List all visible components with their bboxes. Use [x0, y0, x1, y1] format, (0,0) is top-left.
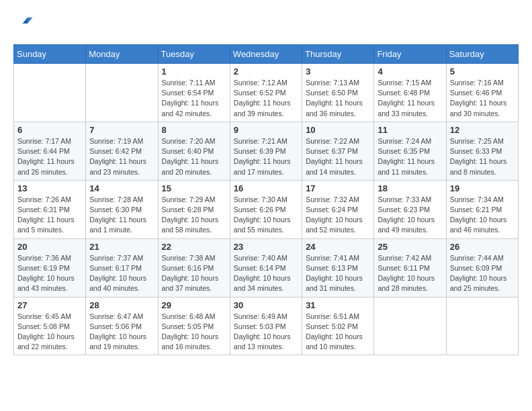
page-header [13, 13, 519, 34]
calendar-cell: 23Sunrise: 7:40 AMSunset: 6:14 PMDayligh… [230, 238, 302, 297]
day-number: 3 [306, 66, 370, 77]
svg-marker-0 [28, 17, 33, 24]
day-number: 30 [234, 300, 298, 310]
calendar-cell [446, 297, 518, 355]
day-info: Sunrise: 7:25 AMSunset: 6:33 PMDaylight:… [450, 136, 515, 177]
day-info: Sunrise: 7:36 AMSunset: 6:19 PMDaylight:… [17, 253, 82, 294]
day-info: Sunrise: 6:47 AMSunset: 5:06 PMDaylight:… [89, 312, 154, 353]
calendar-header-monday: Monday [86, 45, 158, 64]
logo [13, 13, 36, 34]
day-info: Sunrise: 7:22 AMSunset: 6:37 PMDaylight:… [306, 136, 370, 177]
calendar-cell: 31Sunrise: 6:51 AMSunset: 5:02 PMDayligh… [302, 297, 374, 355]
day-info: Sunrise: 7:24 AMSunset: 6:35 PMDaylight:… [378, 136, 442, 177]
calendar-cell: 6Sunrise: 7:17 AMSunset: 6:44 PMDaylight… [14, 122, 86, 180]
day-info: Sunrise: 7:38 AMSunset: 6:16 PMDaylight:… [162, 253, 226, 294]
calendar-cell: 27Sunrise: 6:45 AMSunset: 5:08 PMDayligh… [14, 297, 86, 355]
day-number: 6 [17, 125, 82, 135]
calendar-cell: 15Sunrise: 7:29 AMSunset: 6:28 PMDayligh… [158, 180, 230, 238]
calendar-cell: 5Sunrise: 7:16 AMSunset: 6:46 PMDaylight… [446, 64, 518, 122]
day-number: 29 [162, 300, 226, 310]
calendar-cell: 28Sunrise: 6:47 AMSunset: 5:06 PMDayligh… [86, 297, 158, 355]
calendar-header-sunday: Sunday [14, 45, 86, 64]
svg-marker-1 [23, 17, 28, 24]
calendar-cell: 20Sunrise: 7:36 AMSunset: 6:19 PMDayligh… [14, 238, 86, 297]
day-info: Sunrise: 6:48 AMSunset: 5:05 PMDaylight:… [162, 312, 226, 353]
calendar-cell: 24Sunrise: 7:41 AMSunset: 6:13 PMDayligh… [302, 238, 374, 297]
calendar-header-friday: Friday [374, 45, 446, 64]
day-number: 31 [306, 300, 370, 310]
calendar-header-wednesday: Wednesday [230, 45, 302, 64]
day-number: 9 [234, 125, 298, 135]
day-number: 14 [89, 183, 154, 193]
calendar-header-saturday: Saturday [446, 45, 518, 64]
calendar-cell: 2Sunrise: 7:12 AMSunset: 6:52 PMDaylight… [230, 64, 302, 122]
calendar-cell: 14Sunrise: 7:28 AMSunset: 6:30 PMDayligh… [86, 180, 158, 238]
calendar-table: SundayMondayTuesdayWednesdayThursdayFrid… [13, 44, 519, 355]
calendar-cell: 21Sunrise: 7:37 AMSunset: 6:17 PMDayligh… [86, 238, 158, 297]
calendar-cell: 17Sunrise: 7:32 AMSunset: 6:24 PMDayligh… [302, 180, 374, 238]
calendar-cell: 9Sunrise: 7:21 AMSunset: 6:39 PMDaylight… [230, 122, 302, 180]
day-info: Sunrise: 7:21 AMSunset: 6:39 PMDaylight:… [234, 136, 298, 177]
day-number: 21 [89, 242, 154, 252]
calendar-cell [86, 64, 158, 122]
calendar-cell: 3Sunrise: 7:13 AMSunset: 6:50 PMDaylight… [302, 64, 374, 122]
day-number: 17 [306, 183, 370, 193]
day-info: Sunrise: 7:42 AMSunset: 6:11 PMDaylight:… [378, 253, 442, 294]
day-info: Sunrise: 7:11 AMSunset: 6:54 PMDaylight:… [162, 78, 226, 119]
calendar-cell: 8Sunrise: 7:20 AMSunset: 6:40 PMDaylight… [158, 122, 230, 180]
day-number: 23 [234, 242, 298, 252]
day-info: Sunrise: 7:28 AMSunset: 6:30 PMDaylight:… [89, 195, 154, 236]
calendar-week-1: 1Sunrise: 7:11 AMSunset: 6:54 PMDaylight… [14, 64, 519, 122]
calendar-week-5: 27Sunrise: 6:45 AMSunset: 5:08 PMDayligh… [14, 297, 519, 355]
day-number: 5 [450, 66, 515, 77]
day-info: Sunrise: 7:20 AMSunset: 6:40 PMDaylight:… [162, 136, 226, 177]
day-info: Sunrise: 7:15 AMSunset: 6:48 PMDaylight:… [378, 78, 442, 119]
day-info: Sunrise: 7:19 AMSunset: 6:42 PMDaylight:… [89, 136, 154, 177]
calendar-cell: 30Sunrise: 6:49 AMSunset: 5:03 PMDayligh… [230, 297, 302, 355]
day-number: 22 [162, 242, 226, 252]
calendar-header-row: SundayMondayTuesdayWednesdayThursdayFrid… [14, 45, 519, 64]
day-number: 24 [306, 242, 370, 252]
day-number: 8 [162, 125, 226, 135]
calendar-cell: 12Sunrise: 7:25 AMSunset: 6:33 PMDayligh… [446, 122, 518, 180]
day-info: Sunrise: 7:34 AMSunset: 6:21 PMDaylight:… [450, 195, 515, 236]
day-info: Sunrise: 7:26 AMSunset: 6:31 PMDaylight:… [17, 195, 82, 236]
day-number: 4 [378, 66, 442, 77]
day-number: 12 [450, 125, 515, 135]
calendar-week-3: 13Sunrise: 7:26 AMSunset: 6:31 PMDayligh… [14, 180, 519, 238]
calendar-cell: 7Sunrise: 7:19 AMSunset: 6:42 PMDaylight… [86, 122, 158, 180]
day-number: 19 [450, 183, 515, 193]
day-number: 25 [378, 242, 442, 252]
day-info: Sunrise: 7:33 AMSunset: 6:23 PMDaylight:… [378, 195, 442, 236]
day-info: Sunrise: 7:13 AMSunset: 6:50 PMDaylight:… [306, 78, 370, 119]
day-number: 7 [89, 125, 154, 135]
calendar-cell: 4Sunrise: 7:15 AMSunset: 6:48 PMDaylight… [374, 64, 446, 122]
calendar-cell: 18Sunrise: 7:33 AMSunset: 6:23 PMDayligh… [374, 180, 446, 238]
day-number: 2 [234, 66, 298, 77]
day-number: 15 [162, 183, 226, 193]
day-info: Sunrise: 6:51 AMSunset: 5:02 PMDaylight:… [306, 312, 370, 353]
logo-icon [13, 13, 34, 34]
calendar-cell: 10Sunrise: 7:22 AMSunset: 6:37 PMDayligh… [302, 122, 374, 180]
day-info: Sunrise: 7:30 AMSunset: 6:26 PMDaylight:… [234, 195, 298, 236]
day-info: Sunrise: 7:37 AMSunset: 6:17 PMDaylight:… [89, 253, 154, 294]
day-number: 1 [162, 66, 226, 77]
calendar-cell: 26Sunrise: 7:44 AMSunset: 6:09 PMDayligh… [446, 238, 518, 297]
calendar-header-tuesday: Tuesday [158, 45, 230, 64]
day-info: Sunrise: 7:16 AMSunset: 6:46 PMDaylight:… [450, 78, 515, 119]
day-number: 20 [17, 242, 82, 252]
calendar-cell: 13Sunrise: 7:26 AMSunset: 6:31 PMDayligh… [14, 180, 86, 238]
day-info: Sunrise: 7:44 AMSunset: 6:09 PMDaylight:… [450, 253, 515, 294]
day-info: Sunrise: 7:12 AMSunset: 6:52 PMDaylight:… [234, 78, 298, 119]
calendar-cell: 22Sunrise: 7:38 AMSunset: 6:16 PMDayligh… [158, 238, 230, 297]
day-info: Sunrise: 7:41 AMSunset: 6:13 PMDaylight:… [306, 253, 370, 294]
day-number: 16 [234, 183, 298, 193]
day-info: Sunrise: 7:40 AMSunset: 6:14 PMDaylight:… [234, 253, 298, 294]
calendar-cell: 11Sunrise: 7:24 AMSunset: 6:35 PMDayligh… [374, 122, 446, 180]
calendar-header-thursday: Thursday [302, 45, 374, 64]
calendar-cell [14, 64, 86, 122]
day-number: 11 [378, 125, 442, 135]
calendar-cell: 25Sunrise: 7:42 AMSunset: 6:11 PMDayligh… [374, 238, 446, 297]
calendar-week-2: 6Sunrise: 7:17 AMSunset: 6:44 PMDaylight… [14, 122, 519, 180]
day-number: 28 [89, 300, 154, 310]
